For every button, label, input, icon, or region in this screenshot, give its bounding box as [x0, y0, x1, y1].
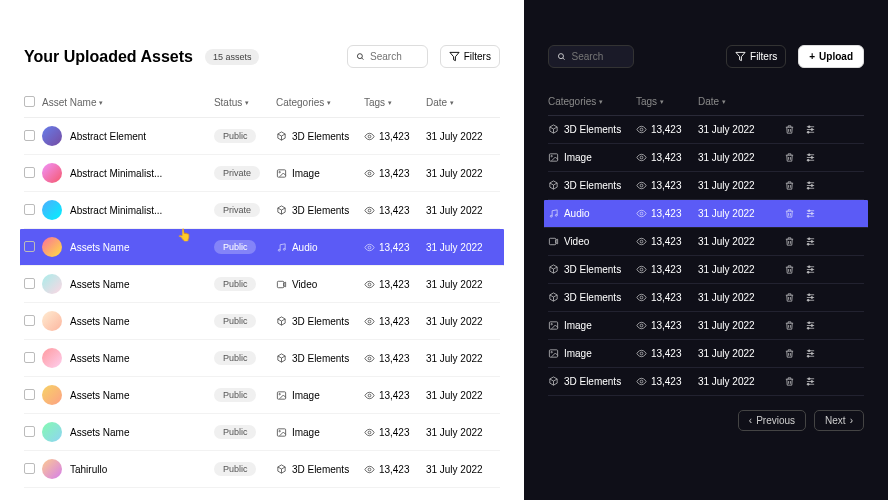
- col-status-header[interactable]: Status▾: [214, 96, 276, 109]
- table-row[interactable]: Tahirullo Public 3D Elements 13,423 31 J…: [24, 451, 500, 488]
- table-row[interactable]: Image 13,423 31 July 2022: [548, 340, 864, 368]
- trash-icon[interactable]: [784, 208, 795, 219]
- svg-rect-88: [549, 350, 557, 357]
- search-input[interactable]: [370, 51, 419, 62]
- row-checkbox[interactable]: [24, 426, 35, 437]
- eye-icon: [636, 208, 647, 219]
- trash-icon[interactable]: [784, 264, 795, 275]
- trash-icon[interactable]: [784, 376, 795, 387]
- tag-count: 13,423: [651, 292, 682, 303]
- tag-count: 13,423: [651, 376, 682, 387]
- date-text: 31 July 2022: [698, 348, 772, 359]
- row-checkbox[interactable]: [24, 204, 35, 215]
- trash-icon[interactable]: [784, 180, 795, 191]
- trash-icon[interactable]: [784, 124, 795, 135]
- trash-icon[interactable]: [784, 320, 795, 331]
- settings-icon[interactable]: [805, 348, 816, 359]
- settings-icon[interactable]: [805, 320, 816, 331]
- col-tags-header[interactable]: Tags▾: [364, 96, 426, 109]
- search-input-wrap[interactable]: [347, 45, 428, 68]
- trash-icon[interactable]: [784, 236, 795, 247]
- table-row[interactable]: Image 13,423 31 July 2022: [548, 144, 864, 172]
- tag-count: 13,423: [379, 316, 410, 327]
- table-row[interactable]: Assets Name Public Image 13,423 31 July …: [24, 377, 500, 414]
- next-button[interactable]: Next›: [814, 410, 864, 431]
- vid-icon: [548, 236, 559, 247]
- date-text: 31 July 2022: [698, 180, 772, 191]
- row-checkbox[interactable]: [24, 130, 35, 141]
- row-checkbox[interactable]: [24, 167, 35, 178]
- svg-rect-4: [277, 169, 285, 176]
- table-row[interactable]: Abstract Minimalist... Private Image 13,…: [24, 155, 500, 192]
- date-text: 31 July 2022: [698, 320, 772, 331]
- status-badge: Public: [214, 351, 257, 365]
- table-row[interactable]: Abstract Element Public 3D Elements 13,4…: [24, 118, 500, 155]
- status-badge: Private: [214, 166, 260, 180]
- category-text: 3D Elements: [564, 292, 621, 303]
- settings-icon[interactable]: [805, 292, 816, 303]
- trash-icon[interactable]: [784, 348, 795, 359]
- eye-icon: [636, 348, 647, 359]
- settings-icon[interactable]: [805, 264, 816, 275]
- tag-count: 13,423: [651, 320, 682, 331]
- select-all-checkbox[interactable]: [24, 96, 35, 107]
- col-date-header[interactable]: Date▾: [698, 96, 772, 107]
- search-input-wrap[interactable]: [548, 45, 634, 68]
- table-row[interactable]: Image 13,423 31 July 2022: [548, 312, 864, 340]
- table-row[interactable]: 3D Elements 13,423 31 July 2022: [548, 116, 864, 144]
- table-row[interactable]: Assets Name Public 3D Elements 13,423 31…: [24, 340, 500, 377]
- trash-icon[interactable]: [784, 152, 795, 163]
- svg-point-70: [811, 269, 813, 271]
- settings-icon[interactable]: [805, 236, 816, 247]
- col-category-header[interactable]: Categories▾: [276, 96, 364, 109]
- table-row[interactable]: 3D Elements 13,423 31 July 2022: [548, 368, 864, 396]
- table-row[interactable]: Video 13,423 31 July 2022: [548, 228, 864, 256]
- svg-point-16: [279, 393, 280, 394]
- row-checkbox[interactable]: [24, 463, 35, 474]
- row-checkbox[interactable]: [24, 315, 35, 326]
- table-row[interactable]: Assets Name Public Video 13,423 31 July …: [24, 266, 500, 303]
- filter-icon: [449, 51, 460, 62]
- table-row[interactable]: 3D Elements 13,423 31 July 2022: [548, 284, 864, 312]
- settings-icon[interactable]: [805, 124, 816, 135]
- eye-icon: [636, 264, 647, 275]
- col-category-header[interactable]: Categories▾: [548, 96, 636, 107]
- table-row[interactable]: Abstract Minimalist... Private 3D Elemen…: [24, 192, 500, 229]
- settings-icon[interactable]: [805, 180, 816, 191]
- col-name-header[interactable]: Asset Name▾: [42, 96, 214, 109]
- filters-button[interactable]: Filters: [726, 45, 786, 68]
- table-row[interactable]: Assets Name Public 3D Elements 13,423 31…: [24, 303, 500, 340]
- svg-point-81: [640, 324, 643, 327]
- table-row[interactable]: Audio 13,423 31 July 2022: [544, 200, 868, 228]
- tag-count: 13,423: [651, 208, 682, 219]
- svg-point-41: [640, 184, 643, 187]
- table-row[interactable]: Assets Name Public Audio 13,423 31 July …: [20, 229, 504, 266]
- 3d-icon: [276, 131, 287, 142]
- table-row[interactable]: Assets Name Public Image 13,423 31 July …: [24, 414, 500, 451]
- filters-button[interactable]: Filters: [440, 45, 500, 68]
- svg-point-40: [807, 159, 809, 161]
- svg-point-89: [551, 351, 552, 352]
- row-checkbox[interactable]: [24, 389, 35, 400]
- row-checkbox[interactable]: [24, 241, 35, 252]
- svg-point-46: [811, 185, 813, 187]
- row-checkbox[interactable]: [24, 278, 35, 289]
- settings-icon[interactable]: [805, 152, 816, 163]
- upload-button[interactable]: +Upload: [798, 45, 864, 68]
- col-date-header[interactable]: Date▾: [426, 96, 500, 109]
- img-icon: [276, 427, 287, 438]
- col-tags-header[interactable]: Tags▾: [636, 96, 698, 107]
- eye-icon: [636, 152, 647, 163]
- table-row[interactable]: 3D Elements 13,423 31 July 2022: [548, 256, 864, 284]
- eye-icon: [636, 124, 647, 135]
- settings-icon[interactable]: [805, 208, 816, 219]
- settings-icon[interactable]: [805, 376, 816, 387]
- previous-button[interactable]: ‹Previous: [738, 410, 806, 431]
- search-input[interactable]: [572, 51, 625, 62]
- row-checkbox[interactable]: [24, 352, 35, 363]
- svg-point-90: [640, 352, 643, 355]
- date-text: 31 July 2022: [426, 316, 500, 327]
- trash-icon[interactable]: [784, 292, 795, 303]
- asset-name: Abstract Minimalist...: [70, 168, 162, 179]
- table-row[interactable]: 3D Elements 13,423 31 July 2022: [548, 172, 864, 200]
